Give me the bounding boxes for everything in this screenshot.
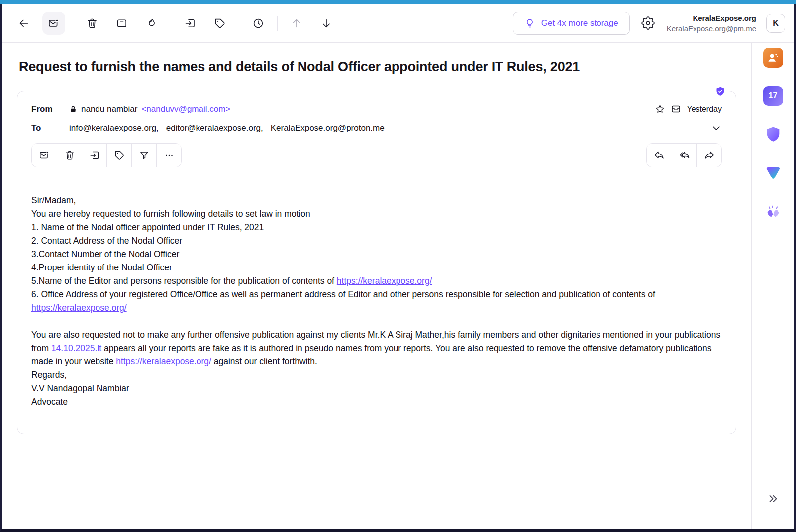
message-filter-button[interactable] — [131, 144, 156, 167]
sender-address[interactable]: <nanduvv@gmail.com> — [141, 104, 230, 114]
body-text: 3.Contact Number of the Nodal Officer — [31, 249, 179, 259]
toolbar-separator — [277, 16, 278, 31]
toolbar-right-group: Get 4x more storage KeralaExpose.org Ker… — [513, 12, 785, 35]
account-email: KeralaExpose.org@pm.me — [667, 23, 756, 34]
body-line: 3.Contact Number of the Nodal Officer — [31, 248, 722, 261]
mark-unread-button[interactable] — [42, 12, 65, 35]
tag-icon — [214, 17, 226, 29]
body-text: 4.Proper identity of the Nodal Officer — [31, 263, 172, 272]
get-more-storage-label: Get 4x more storage — [541, 18, 618, 28]
recipient[interactable]: info@keralaexpose.org, — [69, 123, 159, 133]
drive-app-icon[interactable] — [763, 163, 783, 182]
body-text: 2. Contact Address of the Nodal Officer — [31, 236, 182, 246]
expand-details-chevron-icon[interactable] — [711, 123, 722, 134]
body-line: 2. Contact Address of the Nodal Officer — [31, 234, 722, 248]
message-timestamp: Yesterday — [687, 105, 722, 114]
toolbar-icon-group — [9, 12, 341, 35]
body-link[interactable]: https://keralaexpose.org/ — [116, 356, 211, 366]
snooze-button[interactable] — [247, 12, 270, 35]
message-actions-right — [646, 143, 722, 167]
mark-unread-icon — [48, 17, 60, 29]
calendar-app-icon[interactable]: 17 — [763, 86, 783, 106]
collapse-sidebar-button[interactable] — [767, 493, 779, 505]
reply-button[interactable] — [647, 144, 672, 167]
body-text: 6. Office Address of your registered Off… — [31, 289, 655, 299]
recipient[interactable]: editor@keralaexpose.org, — [166, 123, 263, 133]
body-text: 1. Name of the Nodal officer appointed u… — [31, 222, 264, 232]
body-text: You are hereby requested to furnish foll… — [31, 209, 310, 219]
verified-shield-badge — [715, 86, 726, 97]
archive-icon — [116, 17, 128, 29]
previous-message-button — [285, 12, 308, 35]
referral-hands-icon[interactable] — [763, 201, 783, 221]
message-view: Request to furnish the names and details… — [2, 43, 751, 529]
app-window: Get 4x more storage KeralaExpose.org Ker… — [0, 0, 796, 532]
sender-name[interactable]: nandu nambiar — [81, 104, 137, 114]
spam-button[interactable] — [140, 12, 163, 35]
body-link[interactable]: https://keralaexpose.org/ — [337, 276, 432, 286]
message-more-button[interactable] — [156, 144, 181, 167]
body-line: Sir/Madam, — [31, 194, 722, 207]
get-more-storage-button[interactable]: Get 4x more storage — [513, 12, 630, 35]
message-action-bar — [17, 135, 736, 180]
message-move-to-button[interactable] — [82, 144, 106, 167]
contacts-app-icon[interactable] — [763, 48, 783, 68]
pass-app-icon[interactable] — [763, 124, 783, 144]
body-text: V.V Nandagopal Nambiar — [31, 383, 129, 393]
message-mark-unread-button[interactable] — [32, 144, 57, 167]
back-button[interactable] — [12, 12, 35, 35]
recipient[interactable]: KeralaExpose.org@proton.me — [271, 123, 385, 133]
settings-button[interactable] — [640, 15, 657, 32]
more-icon — [164, 150, 175, 161]
body-text: 5.Name of the Editor and persons respons… — [31, 276, 337, 286]
arrow-left-icon — [18, 17, 30, 29]
mark-unread-icon — [39, 150, 50, 161]
trash-icon — [64, 150, 75, 161]
body-line: 4.Proper identity of the Nodal Officer — [31, 261, 722, 274]
lightbulb-icon — [524, 18, 535, 29]
flame-icon — [146, 17, 158, 29]
clock-icon — [252, 17, 264, 29]
reply-icon — [654, 150, 665, 161]
move-to-button[interactable] — [179, 12, 201, 35]
lock-icon — [69, 105, 77, 113]
account-info: KeralaExpose.org KeralaExpose.org@pm.me — [667, 13, 756, 34]
from-label: From — [31, 104, 69, 114]
recipient-list: info@keralaexpose.org,editor@keralaexpos… — [69, 123, 385, 133]
message-label-button[interactable] — [106, 144, 131, 167]
reply-all-button[interactable] — [672, 144, 696, 167]
tag-icon — [114, 150, 125, 161]
forward-button[interactable] — [696, 144, 721, 167]
move-to-icon — [184, 17, 196, 29]
account-name: KeralaExpose.org — [667, 13, 756, 23]
arrow-up-icon — [291, 17, 302, 29]
star-icon[interactable] — [655, 104, 665, 114]
toolbar-separator — [239, 16, 239, 31]
next-message-button[interactable] — [315, 12, 338, 35]
body-text: Advocate — [31, 397, 68, 407]
message-actions-left — [31, 143, 182, 167]
body-line: You are also requested not to make any f… — [31, 328, 722, 368]
move-to-icon — [89, 150, 100, 161]
avatar[interactable]: K — [766, 14, 785, 33]
body-line: 5.Name of the Editor and persons respons… — [31, 274, 722, 288]
label-button[interactable] — [208, 12, 231, 35]
body-line: V.V Nandagopal Nambiar — [31, 382, 722, 395]
body-line: 1. Name of the Nodal officer appointed u… — [31, 221, 722, 234]
filter-icon — [139, 150, 150, 161]
trash-icon — [86, 17, 98, 29]
apps-sidebar: 17 — [751, 43, 794, 529]
body-text: against our client forthwith. — [211, 356, 317, 366]
archive-button[interactable] — [110, 12, 133, 35]
body-link[interactable]: https://keralaexpose.org/ — [31, 303, 127, 313]
message-subject: Request to furnish the names and details… — [19, 59, 736, 75]
inbox-location-icon — [671, 104, 681, 114]
body-line: You are hereby requested to furnish foll… — [31, 207, 722, 221]
calendar-day-number: 17 — [769, 91, 778, 100]
message-card: From nandu nambiar <nanduvv@gmail.com> Y… — [17, 91, 736, 434]
main-toolbar: Get 4x more storage KeralaExpose.org Ker… — [2, 4, 794, 43]
trash-button[interactable] — [81, 12, 103, 35]
body-link[interactable]: 14.10.2025.lt — [51, 343, 101, 353]
body-line: 6. Office Address of your registered Off… — [31, 288, 722, 315]
message-trash-button[interactable] — [57, 144, 82, 167]
